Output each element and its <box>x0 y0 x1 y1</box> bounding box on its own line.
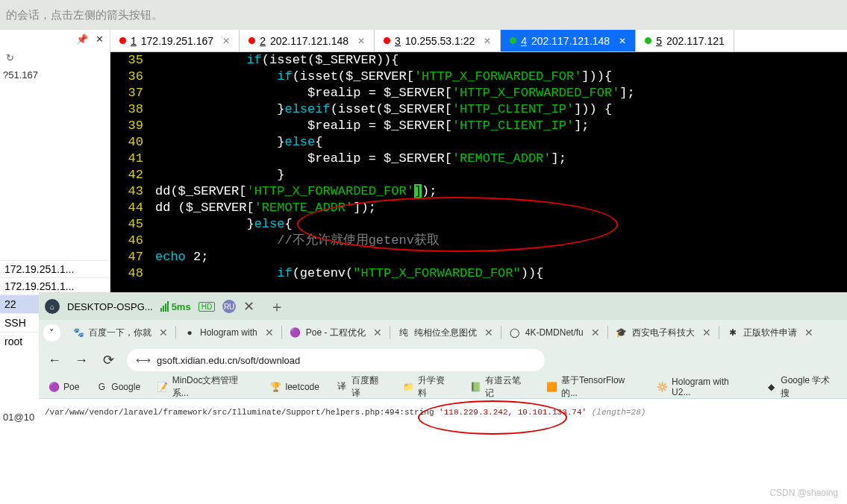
tab-number: 2 <box>260 35 266 47</box>
tab-close-icon[interactable]: ✕ <box>804 327 813 338</box>
reload-button[interactable]: ⟳ <box>100 352 116 368</box>
ru-badge: RU <box>222 300 236 313</box>
tab-close-icon[interactable]: ✕ <box>702 327 711 338</box>
bookmark-item[interactable]: 📗有道云笔记 <box>470 374 530 400</box>
code-line[interactable]: 48 if(getenv("HTTP_X_FORWARDED_FOR")){ <box>110 265 847 282</box>
code-line[interactable]: 37 $realip = $_SERVER['HTTP_X_FORWARDED_… <box>110 85 847 101</box>
back-button[interactable]: ← <box>46 353 63 368</box>
line-number: 48 <box>110 265 155 282</box>
code-line[interactable]: 35 if(isset($_SERVER)){ <box>110 52 847 69</box>
tab-close-icon[interactable]: ✕ <box>484 327 493 338</box>
browser-tab[interactable]: 🐾百度一下，你就✕ <box>66 322 174 343</box>
editor-tab[interactable]: 3 10.255.53.1:22✕ <box>375 30 501 51</box>
bookmark-item[interactable]: ◆Google 学术搜 <box>766 374 838 400</box>
line-number: 40 <box>110 134 155 151</box>
bookmark-favicon: 📁 <box>403 381 415 393</box>
tab-close-icon[interactable]: ✕ <box>591 327 600 338</box>
site-settings-icon[interactable]: ⟷ <box>136 354 151 366</box>
refresh-icon[interactable]: ↻ <box>6 52 14 63</box>
bookmark-item[interactable]: 📝MinDoc文档管理系... <box>157 374 253 400</box>
bookmark-item[interactable]: 🟣Poe <box>48 381 79 393</box>
bookmark-favicon: 🟧 <box>546 381 557 393</box>
window-close-icon[interactable]: ✕ <box>243 298 254 315</box>
prop-cell[interactable]: 22 <box>0 294 39 313</box>
browser-tab[interactable]: ●Hologram with✕ <box>178 322 280 343</box>
browser-tab[interactable]: 🎓西安电子科技大✕ <box>610 322 717 343</box>
bookmark-favicon: 🔆 <box>656 381 668 393</box>
code-editor[interactable]: 35 if(isset($_SERVER)){36 if(isset($_SER… <box>110 52 847 294</box>
tree-item[interactable]: ?51.167 <box>0 68 110 82</box>
code-line[interactable]: 40 }else{ <box>110 134 847 151</box>
bookmark-item[interactable]: 🟧基于TensorFlow的... <box>546 374 640 400</box>
app-hint-bar: 的会话，点击左侧的箭头按钮。 <box>0 0 847 30</box>
tab-label: 202.117.121 <box>666 35 725 47</box>
browser-toolbar: ← → ⟳ ⟷ gsoft.xidian.edu.cn/soft/downloa… <box>39 345 847 375</box>
browser-tab[interactable]: 🟣Poe - 工程优化✕ <box>284 322 388 343</box>
bookmark-item[interactable]: 📁升学资料 <box>403 374 454 400</box>
list-item[interactable]: 172.19.251.1... <box>0 260 110 277</box>
editor-tab-strip: 1 172.19.251.167✕2 202.117.121.148✕3 10.… <box>110 30 847 52</box>
browser-titlebar: ⌂ DESKTOP-OSPG... 5ms HD RU ✕ ＋ <box>39 293 847 320</box>
line-number: 42 <box>110 167 155 183</box>
code-editor-area: 1 172.19.251.167✕2 202.117.121.148✕3 10.… <box>110 30 847 294</box>
bookmark-label: Poe <box>63 382 79 392</box>
bookmark-favicon: 📝 <box>157 381 169 393</box>
tab-close-icon[interactable]: ✕ <box>484 36 491 46</box>
tab-close-icon[interactable]: ✕ <box>222 36 230 46</box>
editor-tab[interactable]: 4 202.117.121.148✕ <box>501 30 636 51</box>
tab-close-icon[interactable]: ✕ <box>357 36 365 46</box>
browser-tab[interactable]: ✱正版软件申请✕ <box>721 322 819 343</box>
editor-tab[interactable]: 1 172.19.251.167✕ <box>110 30 240 51</box>
tab-title: 正版软件申请 <box>743 327 797 339</box>
bookmark-item[interactable]: 译百度翻译 <box>336 374 387 400</box>
tabs-dropdown-icon[interactable]: ˅ <box>43 324 60 341</box>
line-number: 46 <box>110 233 155 249</box>
line-number: 36 <box>110 69 155 85</box>
editor-tab[interactable]: 5 202.117.121 <box>636 30 734 51</box>
status-dot-icon <box>645 37 651 44</box>
browser-window: ⌂ DESKTOP-OSPG... 5ms HD RU ✕ ＋ ˅ 🐾百度一下，… <box>39 292 847 504</box>
code-line[interactable]: 44dd ($_SERVER['REMOTE_ADDR']); <box>110 200 847 216</box>
close-icon[interactable]: ✕ <box>96 34 104 45</box>
tab-number: 4 <box>521 35 527 47</box>
status-dot-icon <box>249 37 255 44</box>
editor-tab[interactable]: 2 202.117.121.148✕ <box>240 30 375 51</box>
code-line[interactable]: 38 }elseif(isset($_SERVER['HTTP_CLIENT_I… <box>110 101 847 118</box>
tab-close-icon[interactable]: ✕ <box>159 327 168 338</box>
code-line[interactable]: 46 //不允许就使用getenv获取 <box>110 233 847 249</box>
code-line[interactable]: 43dd($_SERVER['HTTP_X_FORWARDED_FOR']); <box>110 183 847 200</box>
code-line[interactable]: 41 $realip = $_SERVER['REMOTE_ADDR']; <box>110 151 847 167</box>
code-line[interactable]: 36 if(isset($_SERVER['HTTP_X_FORWARDED_F… <box>110 69 847 85</box>
bookmark-item[interactable]: GGoogle <box>96 381 140 393</box>
line-number: 43 <box>110 183 155 200</box>
browser-tab[interactable]: 纯纯相位全息图优✕ <box>392 322 499 343</box>
tab-close-icon[interactable]: ✕ <box>265 327 274 338</box>
pin-icon[interactable]: 📌 <box>76 34 88 45</box>
bookmark-item[interactable]: 🏆leetcode <box>270 381 319 393</box>
forward-button[interactable]: → <box>73 353 90 368</box>
address-bar[interactable]: ⟷ gsoft.xidian.edu.cn/soft/download <box>127 349 545 371</box>
tab-favicon: ◯ <box>509 327 521 338</box>
prop-cell[interactable]: SSH <box>0 313 39 332</box>
bookmark-label: leetcode <box>286 382 319 392</box>
prop-cell[interactable]: root <box>0 332 39 350</box>
extra-label: 01@10 <box>0 409 37 426</box>
bookmark-favicon: 🏆 <box>270 381 282 393</box>
browser-tab[interactable]: ◯4K-DMDNet/fu✕ <box>503 322 606 343</box>
code-line[interactable]: 42 } <box>110 167 847 183</box>
line-number: 44 <box>110 200 155 216</box>
tab-close-icon[interactable]: ✕ <box>619 36 626 46</box>
tab-close-icon[interactable]: ✕ <box>373 327 382 338</box>
code-line[interactable]: 39 $realip = $_SERVER['HTTP_CLIENT_IP']; <box>110 118 847 134</box>
code-line[interactable]: 47echo 2; <box>110 249 847 265</box>
perf-ms: 5ms <box>172 301 191 312</box>
line-number: 38 <box>110 101 155 118</box>
new-tab-button[interactable]: ＋ <box>269 297 284 317</box>
code-line[interactable]: 45 }else{ <box>110 216 847 233</box>
hd-badge: HD <box>199 302 215 312</box>
line-number: 45 <box>110 216 155 233</box>
status-dot-icon <box>119 37 126 44</box>
tab-label: 202.117.121.148 <box>270 35 349 47</box>
bookmark-item[interactable]: 🔆Hologram with U2... <box>656 377 748 397</box>
line-number: 39 <box>110 118 155 134</box>
